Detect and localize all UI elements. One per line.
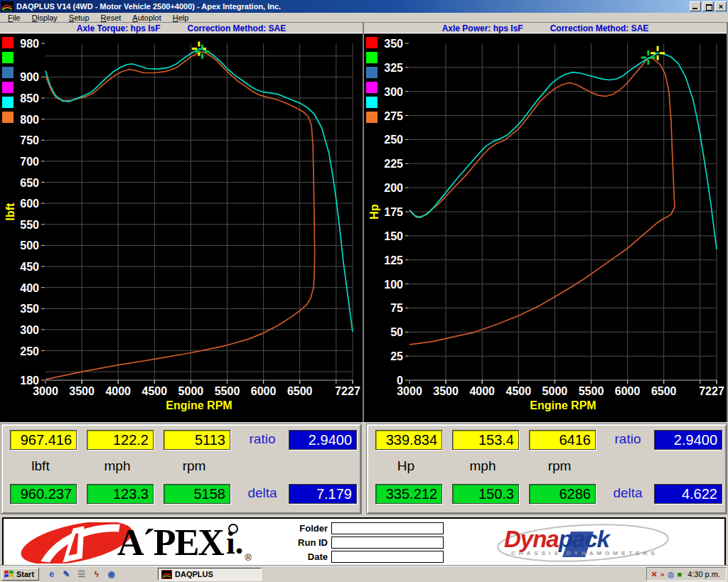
speed-unit-label: mph	[452, 458, 513, 475]
messenger-icon[interactable]: ◉	[106, 569, 117, 580]
legend-swatch	[366, 97, 378, 108]
power-chart-header: Axle Power: hps IsF Correction Method: S…	[364, 23, 727, 34]
x-tick-label: 3500	[69, 385, 95, 397]
y-tick-label: 550	[20, 219, 39, 231]
legend-swatch	[366, 67, 378, 78]
y-tick-label: 350	[384, 38, 403, 50]
internet-explorer-icon[interactable]: e	[46, 569, 57, 580]
menu-bar: File Display Setup Reset Autoplot Help	[0, 13, 728, 22]
y-tick-label: 50	[390, 326, 403, 338]
menu-item-setup[interactable]: Setup	[64, 14, 95, 22]
ratio-value: 2.9400	[654, 430, 722, 450]
x-tick-label: 7227	[335, 385, 360, 397]
legend-swatch	[366, 112, 378, 123]
winamp-icon[interactable]: ϟ	[91, 569, 102, 580]
legend-swatch	[2, 67, 14, 78]
daqplus-window: DAQPLUS V14 (4WD - Motor Vehicle 2500+40…	[0, 0, 728, 582]
windows-logo-icon	[4, 570, 14, 578]
apexi-i-dot	[228, 524, 238, 534]
ratio-label: ratio	[606, 431, 650, 447]
edit-page-icon[interactable]: ✎	[61, 569, 72, 580]
y-tick-label: 300	[384, 86, 403, 98]
series-torque-run-cyan	[46, 49, 353, 332]
power-correction-method: Correction Method: SAE	[550, 23, 649, 33]
y-tick-label: 75	[390, 302, 403, 314]
x-axis-label: Engine RPM	[166, 399, 232, 411]
x-tick-label: 5000	[178, 385, 204, 397]
ratio-value: 2.9400	[289, 430, 357, 450]
y-tick-label: 250	[20, 345, 39, 357]
torque-chart-panel: Axle Torque: hps IsF Correction Method: …	[0, 23, 363, 422]
y-tick-label: 225	[384, 158, 403, 170]
power-unit-label: Hp	[375, 458, 437, 475]
legend-swatch	[2, 52, 14, 63]
y-tick-label: 900	[20, 71, 39, 83]
torque-peak-value: 967.416	[10, 430, 77, 450]
y-tick-label: 125	[384, 254, 403, 266]
task-button-label: DAQPLUS	[175, 570, 213, 578]
y-tick-label: 275	[384, 110, 403, 122]
y-tick-label: 400	[20, 282, 39, 294]
rpm-unit-label: rpm	[164, 458, 225, 475]
rpm-unit-label: rpm	[529, 458, 590, 475]
taskbar-daqplus-button[interactable]: DAQPLUS	[158, 568, 262, 581]
x-tick-label: 6500	[287, 385, 313, 397]
title-bar: DAQPLUS V14 (4WD - Motor Vehicle 2500+40…	[0, 0, 728, 13]
menu-item-help[interactable]: Help	[168, 14, 194, 22]
folder-input[interactable]	[331, 522, 444, 534]
power-chart-title: Axle Power: hps IsF	[442, 23, 523, 33]
x-tick-label: 3000	[33, 385, 58, 397]
close-button[interactable]: ×	[715, 1, 727, 11]
menu-item-display[interactable]: Display	[27, 14, 63, 22]
daqplus-app-icon	[1, 1, 14, 11]
x-tick-label: 5500	[579, 385, 604, 397]
power-chart-canvas: 3503253002752502252001751501251007550250…	[364, 34, 727, 422]
x-tick-label: 6000	[615, 385, 641, 397]
restore-button[interactable]	[702, 1, 714, 11]
y-tick-label: 175	[384, 206, 403, 218]
charts-area: Axle Torque: hps IsF Correction Method: …	[0, 22, 728, 422]
start-button[interactable]: Start	[1, 568, 39, 581]
y-tick-label: 325	[384, 62, 403, 74]
apexi-logo: A´PEX i. ®	[16, 522, 252, 564]
x-tick-label: 6000	[251, 385, 277, 397]
menu-item-autoplot[interactable]: Autoplot	[127, 14, 166, 22]
y-tick-label: 800	[20, 114, 39, 126]
network-error-icon[interactable]: ✕	[651, 569, 658, 579]
taskbar-clock: 4:30 p.m.	[687, 570, 720, 578]
power-chart-panel: Axle Power: hps IsF Correction Method: S…	[364, 23, 727, 422]
y-tick-label: 25	[390, 350, 403, 362]
power-peak-value: 339.834	[375, 430, 442, 450]
date-label: Date	[294, 551, 328, 562]
torque-second-rpm: 5158	[164, 484, 230, 504]
power-peak-rpm: 6416	[529, 430, 596, 450]
torque-second-mph: 123.3	[87, 484, 154, 504]
fast-forward-icon[interactable]: »	[660, 569, 665, 579]
date-input[interactable]	[331, 551, 444, 563]
legend-swatch	[366, 52, 378, 63]
x-tick-label: 6500	[651, 385, 677, 397]
y-tick-label: 100	[384, 279, 403, 291]
minimize-button[interactable]	[690, 1, 701, 11]
y-tick-label: 350	[20, 303, 39, 315]
status-square-icon[interactable]: ■	[677, 569, 682, 579]
globe-alert-icon[interactable]: ◍	[668, 569, 675, 579]
ratio-label: ratio	[240, 431, 284, 447]
y-tick-label: 750	[20, 134, 39, 146]
run-id-input[interactable]	[331, 537, 444, 549]
menu-item-file[interactable]: File	[3, 14, 26, 22]
daqplus-task-icon	[161, 570, 172, 579]
series-power-run-orange	[410, 58, 675, 345]
y-axis-label: Hp	[368, 204, 380, 220]
x-tick-label: 4500	[142, 385, 168, 397]
torque-chart-title: Axle Torque: hps IsF	[77, 23, 161, 33]
menu-item-reset[interactable]: Reset	[96, 14, 127, 22]
branding-strip: A´PEX i. ® Folder Run ID Date Dynap	[2, 517, 726, 568]
x-tick-label: 4500	[506, 385, 532, 397]
x-tick-label: 5000	[542, 385, 568, 397]
torque-second-value: 960.237	[10, 484, 77, 504]
document-stack-icon[interactable]: ☰	[76, 569, 87, 580]
legend-swatch	[2, 97, 14, 108]
power-readout-panel: 339.834 153.4 6416 ratio 2.9400 Hp mph r…	[367, 424, 727, 514]
y-tick-label: 150	[384, 230, 403, 242]
